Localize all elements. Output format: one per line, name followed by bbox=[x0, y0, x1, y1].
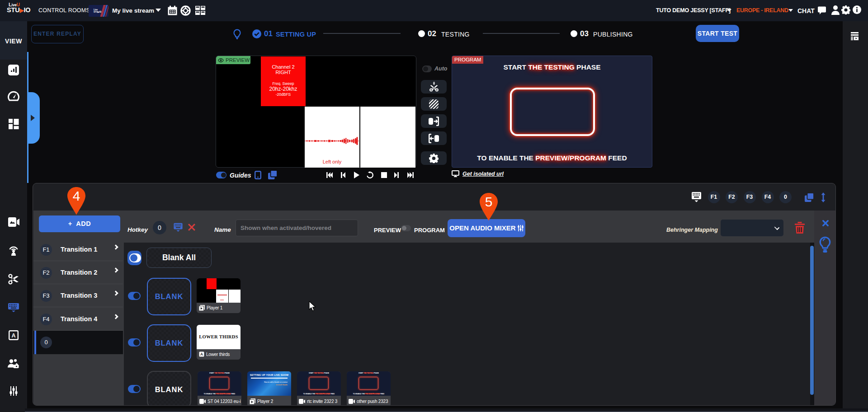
svg-text:A: A bbox=[200, 352, 203, 356]
svg-text:A: A bbox=[11, 332, 15, 339]
svg-text:5: 5 bbox=[485, 194, 493, 209]
svg-text:4: 4 bbox=[73, 188, 80, 203]
